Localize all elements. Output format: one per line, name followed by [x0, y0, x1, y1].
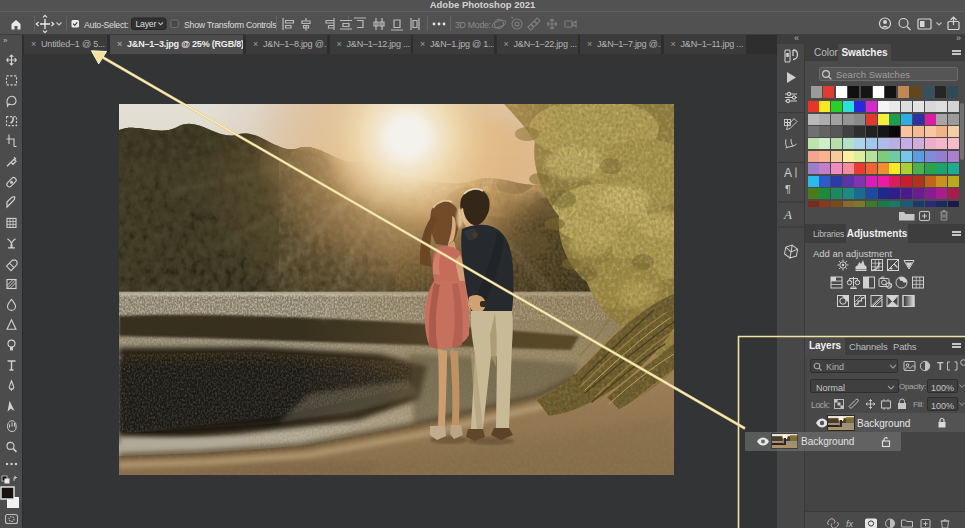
svg-text:A: A	[784, 166, 792, 180]
svg-text:fx: fx	[846, 519, 854, 528]
svg-text:»: »	[3, 36, 8, 45]
svg-text:A: A	[783, 207, 792, 222]
svg-text:¶: ¶	[785, 183, 791, 195]
svg-text:T: T	[937, 360, 944, 372]
